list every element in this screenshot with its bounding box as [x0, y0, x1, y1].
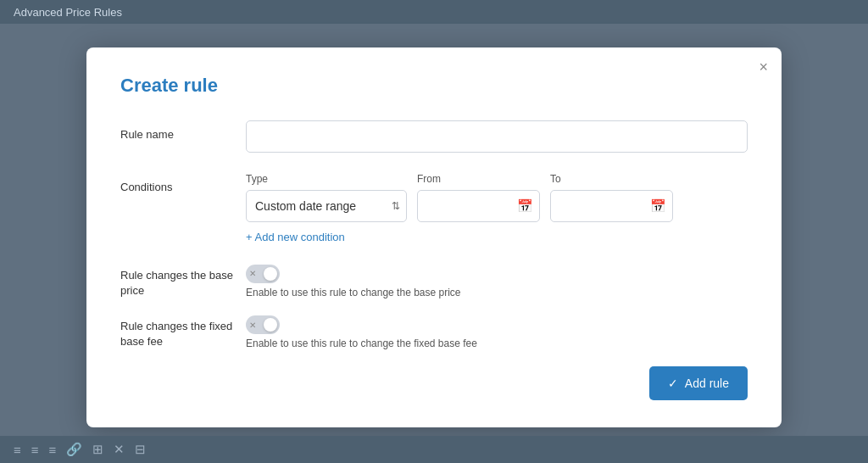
fixed-base-fee-content: ✕ Enable to use this rule to change the …	[246, 315, 477, 349]
from-input-wrapper: 📅	[417, 190, 540, 222]
rule-name-content	[246, 120, 748, 153]
rule-name-label: Rule name	[120, 120, 246, 142]
type-label: Type	[246, 173, 407, 185]
conditions-content: Type Custom date range Day of week Speci…	[246, 173, 748, 244]
fixed-base-fee-row: Rule changes the fixed base fee ✕ Enable…	[120, 315, 748, 349]
bottom-icon-2[interactable]: ≡	[31, 443, 39, 457]
bottom-icon-link[interactable]: 🔗	[66, 442, 82, 457]
from-label: From	[417, 173, 540, 185]
base-price-toggle[interactable]: ✕	[246, 265, 280, 283]
type-select-wrapper: Custom date range Day of week Specific d…	[246, 190, 407, 222]
base-price-label: Rule changes the base price	[120, 265, 246, 298]
to-group: To 📅	[550, 173, 673, 222]
to-date-input[interactable]	[550, 190, 673, 222]
from-date-input[interactable]	[417, 190, 540, 222]
to-label: To	[550, 173, 673, 185]
rule-name-row: Rule name	[120, 120, 748, 153]
conditions-grid: Type Custom date range Day of week Speci…	[246, 173, 748, 222]
bottom-bar: ≡ ≡ ≡ 🔗 ⊞ ✕ ⊟	[0, 436, 868, 463]
fixed-base-fee-toggle-knob	[264, 318, 277, 332]
add-condition-link[interactable]: + Add new condition	[246, 231, 345, 243]
base-price-toggle-knob	[264, 267, 277, 281]
add-rule-label: Add rule	[685, 377, 729, 390]
type-select[interactable]: Custom date range Day of week Specific d…	[246, 190, 407, 222]
fixed-base-fee-toggle-switch: ✕	[246, 315, 477, 334]
conditions-label: Conditions	[120, 173, 246, 195]
add-rule-button[interactable]: ✓ Add rule	[649, 366, 748, 400]
bottom-icon-1[interactable]: ≡	[14, 443, 21, 457]
base-price-description: Enable to use this rule to change the ba…	[246, 287, 461, 298]
type-group: Type Custom date range Day of week Speci…	[246, 173, 407, 222]
base-price-content: ✕ Enable to use this rule to change the …	[246, 265, 461, 298]
top-bar-title: Advanced Price Rules	[14, 6, 122, 19]
fixed-base-fee-toggle-x-icon: ✕	[249, 321, 256, 330]
fixed-base-fee-description: Enable to use this rule to change the fi…	[246, 337, 477, 349]
bottom-icon-grid[interactable]: ⊞	[92, 442, 103, 457]
base-price-row: Rule changes the base price ✕ Enable to …	[120, 265, 748, 298]
to-input-wrapper: 📅	[550, 190, 673, 222]
conditions-row: Conditions Type Custom date range Day of…	[120, 173, 748, 244]
from-group: From 📅	[417, 173, 540, 222]
fixed-base-fee-label: Rule changes the fixed base fee	[120, 315, 246, 349]
base-price-toggle-switch: ✕	[246, 265, 461, 283]
base-price-toggle-x-icon: ✕	[249, 269, 256, 278]
check-icon: ✓	[668, 377, 678, 390]
modal-footer: ✓ Add rule	[120, 366, 748, 400]
modal-title: Create rule	[120, 75, 748, 97]
rule-name-input[interactable]	[246, 120, 748, 153]
close-button[interactable]: ×	[759, 59, 768, 75]
create-rule-modal: × Create rule Rule name Conditions Type …	[86, 47, 782, 428]
bottom-icon-table[interactable]: ⊟	[135, 442, 146, 457]
fixed-base-fee-toggle[interactable]: ✕	[246, 315, 280, 334]
bottom-icon-cross[interactable]: ✕	[114, 442, 125, 457]
bottom-icon-3[interactable]: ≡	[49, 443, 57, 457]
